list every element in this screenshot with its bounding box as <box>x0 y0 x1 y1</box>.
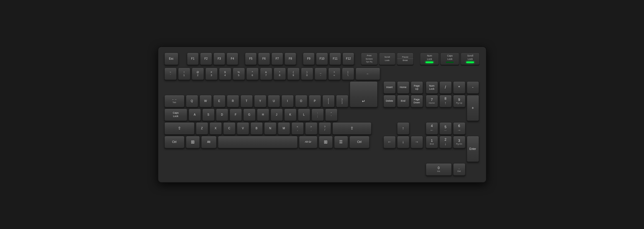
key-z[interactable]: Z <box>196 122 208 135</box>
key-f5[interactable]: F5 <box>245 53 257 65</box>
key-b[interactable]: B <box>251 122 263 135</box>
key-g[interactable]: G <box>243 109 256 121</box>
key-np-divide[interactable]: / <box>439 81 452 94</box>
key-np-5[interactable]: 5 — <box>439 122 452 135</box>
key-num-lock[interactable]: NumLock <box>426 81 438 94</box>
key-caps-lock[interactable]: CapsLock <box>164 109 187 121</box>
key-f6[interactable]: F6 <box>258 53 270 65</box>
key-np-plus[interactable]: + <box>467 95 479 121</box>
key-np-enter[interactable]: Enter <box>467 136 479 162</box>
key-7[interactable]: & 7 <box>260 68 272 80</box>
key-f11[interactable]: F11 <box>329 53 341 65</box>
key-5[interactable]: % 5 <box>233 68 245 80</box>
key-f7[interactable]: F7 <box>271 53 283 65</box>
key-9[interactable]: ( 9 <box>287 68 300 80</box>
key-f3[interactable]: F3 <box>213 53 225 65</box>
key-f2[interactable]: F2 <box>200 53 212 65</box>
key-left-win[interactable]: ⊞ <box>186 136 200 148</box>
key-1[interactable]: ! 1 <box>178 68 190 80</box>
key-q[interactable]: Q <box>186 95 198 107</box>
key-x[interactable]: X <box>210 122 222 135</box>
key-2[interactable]: @ 2 <box>192 68 204 80</box>
key-p[interactable]: P <box>309 95 321 107</box>
key-right-ctrl[interactable]: Ctrl <box>349 136 370 148</box>
key-pause[interactable]: PauseBreak <box>397 53 414 65</box>
key-f10[interactable]: F10 <box>316 53 328 65</box>
key-np-8[interactable]: 8 ↑ <box>439 95 452 107</box>
key-o[interactable]: O <box>295 95 307 107</box>
key-end[interactable]: End <box>397 95 409 107</box>
key-equals[interactable]: + = <box>328 68 341 80</box>
key-np-0[interactable]: 0 Ins <box>426 163 452 176</box>
key-right[interactable]: → <box>411 136 423 148</box>
key-right-win[interactable]: ⊞ <box>319 136 333 148</box>
key-h[interactable]: H <box>257 109 269 121</box>
key-np-6[interactable]: 6 → <box>453 122 465 135</box>
key-f4[interactable]: F4 <box>227 53 238 65</box>
key-backspace[interactable]: ← <box>356 68 380 80</box>
key-backtick[interactable]: ~ ` <box>164 68 177 80</box>
key-home[interactable]: Home <box>397 81 409 94</box>
key-np-decimal[interactable]: . Del <box>453 163 465 176</box>
key-enter[interactable]: ↵ <box>350 81 378 107</box>
key-space[interactable] <box>218 136 298 148</box>
key-4[interactable]: $ 4 <box>219 68 231 80</box>
key-d[interactable]: D <box>216 109 228 121</box>
key-quote[interactable]: " ' <box>325 109 337 121</box>
key-esc[interactable]: Esc <box>164 53 178 65</box>
key-right-alt[interactable]: Alt Gr <box>299 136 317 148</box>
key-k[interactable]: K <box>284 109 297 121</box>
key-f12[interactable]: F12 <box>342 53 354 65</box>
key-np-4[interactable]: 4 ← <box>426 122 438 135</box>
key-rbracket[interactable]: } ] <box>336 95 348 107</box>
key-v[interactable]: V <box>237 122 249 135</box>
key-y[interactable]: Y <box>254 95 266 107</box>
key-menu[interactable]: ☰ <box>334 136 348 148</box>
key-u[interactable]: U <box>268 95 280 107</box>
key-np-9[interactable]: 9 Pg Up <box>453 95 465 107</box>
key-e[interactable]: E <box>213 95 225 107</box>
key-left-shift[interactable]: ⇧ <box>164 122 195 135</box>
key-up[interactable]: ↑ <box>397 122 409 135</box>
key-period[interactable]: > . <box>305 122 317 135</box>
key-a[interactable]: A <box>189 109 201 121</box>
key-t[interactable]: T <box>240 95 253 107</box>
key-left-ctrl[interactable]: Ctrl <box>164 136 184 148</box>
key-left-alt[interactable]: Alt <box>201 136 217 148</box>
key-f1[interactable]: F1 <box>187 53 199 65</box>
key-comma[interactable]: < , <box>291 122 304 135</box>
key-scroll-lock[interactable]: ScrollLock <box>379 53 396 65</box>
key-i[interactable]: I <box>281 95 294 107</box>
key-c[interactable]: C <box>223 122 235 135</box>
key-j[interactable]: J <box>271 109 283 121</box>
key-insert[interactable]: Insert <box>383 81 396 94</box>
key-f9[interactable]: F9 <box>303 53 315 65</box>
key-f[interactable]: F <box>230 109 242 121</box>
key-r[interactable]: R <box>227 95 239 107</box>
key-page-down[interactable]: PageDown <box>411 95 423 107</box>
key-lbracket[interactable]: { [ <box>322 95 335 107</box>
key-s[interactable]: S <box>202 109 215 121</box>
key-delete[interactable]: Delete <box>383 95 396 107</box>
key-np-7[interactable]: 7 Home <box>426 95 438 107</box>
key-right-shift[interactable]: ⇧ <box>332 122 371 135</box>
key-tab[interactable]: ←→ Tab <box>164 95 184 107</box>
key-np-3[interactable]: 3 Pg Dn <box>453 136 465 148</box>
key-np-minus[interactable]: - <box>467 81 479 94</box>
key-down[interactable]: ↓ <box>397 136 409 148</box>
key-semicolon[interactable]: : ; <box>312 109 324 121</box>
key-minus[interactable]: _ - <box>315 68 327 80</box>
key-3[interactable]: # 3 <box>205 68 218 80</box>
key-np-multiply[interactable]: * <box>453 81 465 94</box>
key-l[interactable]: L <box>298 109 310 121</box>
key-8[interactable]: * 8 <box>274 68 286 80</box>
key-m[interactable]: M <box>278 122 290 135</box>
key-backslash[interactable]: | \ <box>342 68 354 80</box>
key-print-screen[interactable]: PrintScreenSys Rq <box>361 53 378 65</box>
key-n[interactable]: N <box>264 122 276 135</box>
key-6[interactable]: ^ 6 <box>246 68 259 80</box>
key-left[interactable]: ← <box>383 136 396 148</box>
key-np-2[interactable]: 2 ↓ <box>439 136 452 148</box>
key-np-1[interactable]: 1 End <box>426 136 438 148</box>
key-w[interactable]: W <box>200 95 212 107</box>
